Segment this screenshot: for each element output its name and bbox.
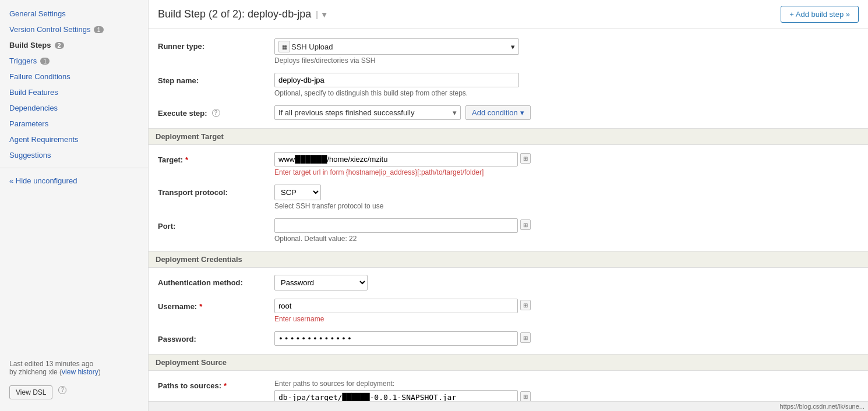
main-body: Runner type: ▦ SSH Upload ▾ Deploys file… (149, 29, 868, 401)
port-input-wrap: ⊞ (274, 218, 531, 233)
password-row: Password: ⊞ (158, 331, 859, 346)
sidebar-item-label: Parameters (9, 119, 48, 128)
main-content: Build Step (2 of 2): deploy-db-jpa | ▼ +… (149, 0, 868, 411)
target-input-wrap: ⊞ (274, 152, 531, 166)
target-input[interactable] (274, 152, 518, 166)
runner-type-select[interactable]: ▦ SSH Upload ▾ (274, 38, 519, 55)
execute-step-label: Execute step: ? (158, 105, 274, 118)
sidebar-item-agent-requirements[interactable]: Agent Requirements (0, 132, 148, 147)
main-wrapper: Build Step (2 of 2): deploy-db-jpa | ▼ +… (149, 0, 868, 411)
step-name-row: Step name: Optional, specify to distingu… (158, 73, 859, 97)
sidebar-item-label: Failure Conditions (9, 72, 70, 81)
username-row: Username: * ⊞ Enter username (158, 299, 859, 323)
port-hint: Optional. Default value: 22 (274, 235, 859, 243)
sidebar: General Settings Version Control Setting… (0, 0, 149, 411)
target-expand-icon[interactable]: ⊞ (520, 153, 531, 164)
sidebar-item-build-features[interactable]: Build Features (0, 84, 148, 100)
runner-type-label: Runner type: (158, 38, 274, 51)
view-dsl-button[interactable]: View DSL (9, 385, 52, 399)
paths-label: Paths to sources: * (158, 378, 274, 390)
username-hint: Enter username (274, 315, 859, 323)
username-input[interactable] (274, 299, 518, 313)
sidebar-item-label: Dependencies (9, 104, 58, 112)
username-input-wrap: ⊞ (274, 299, 531, 313)
runner-type-value: SSH Upload (291, 42, 511, 51)
paths-expand-icon[interactable]: ⊞ (520, 391, 531, 401)
transport-label: Transport protocol: (158, 185, 274, 197)
dsl-help-icon[interactable]: ? (58, 386, 66, 394)
transport-row: Transport protocol: SCP SFTP Select SSH … (158, 185, 859, 210)
sidebar-item-label: Triggers (9, 56, 37, 65)
runner-type-icon-btn[interactable]: ▦ (278, 41, 290, 52)
step-name-control: Optional, specify to distinguish this bu… (274, 73, 859, 97)
target-label: Target: * (158, 152, 274, 164)
username-required: * (199, 302, 202, 311)
sidebar-divider (0, 168, 148, 168)
username-expand-icon[interactable]: ⊞ (520, 300, 531, 310)
sidebar-item-build-steps[interactable]: Build Steps 2 (0, 37, 148, 53)
port-input[interactable] (274, 218, 518, 233)
port-row: Port: ⊞ Optional. Default value: 22 (158, 218, 859, 243)
execute-step-value: If all previous steps finished successfu… (278, 108, 414, 117)
transport-select[interactable]: SCP SFTP (274, 185, 321, 200)
sidebar-item-parameters[interactable]: Parameters (0, 116, 148, 132)
target-row: Target: * ⊞ Enter target url in form {ho… (158, 152, 859, 176)
sidebar-footer: Last edited 13 minutes ago by zhicheng x… (0, 354, 148, 405)
runner-type-input-wrap: ▦ SSH Upload ▾ (274, 38, 519, 55)
runner-type-row: Runner type: ▦ SSH Upload ▾ Deploys file… (158, 38, 859, 65)
execute-step-dropdown[interactable]: If all previous steps finished successfu… (274, 105, 461, 120)
main-header: Build Step (2 of 2): deploy-db-jpa | ▼ +… (149, 0, 868, 29)
sidebar-item-label: Version Control Settings (9, 25, 90, 34)
execute-step-row: Execute step: ? If all previous steps fi… (158, 105, 859, 120)
deployment-source-section: Deployment Source (149, 354, 868, 371)
status-bar: https://blog.csdn.net/lk/sune... (149, 401, 868, 411)
sidebar-item-version-control-settings[interactable]: Version Control Settings 1 (0, 22, 148, 37)
sidebar-item-label: Agent Requirements (9, 135, 79, 144)
password-expand-icon[interactable]: ⊞ (520, 332, 531, 343)
port-expand-icon[interactable]: ⊞ (520, 219, 531, 230)
sidebar-item-label: Suggestions (9, 151, 51, 160)
paths-textarea[interactable]: db-jpa/target/██████-0.0.1-SNAPSHOT.jar (274, 390, 518, 401)
execute-step-help-icon[interactable]: ? (212, 109, 220, 117)
view-history-link[interactable]: view history (62, 368, 98, 376)
execute-step-control: If all previous steps finished successfu… (274, 105, 859, 120)
sidebar-item-general-settings[interactable]: General Settings (0, 6, 148, 22)
transport-hint: Select SSH transfer protocol to use (274, 202, 859, 210)
auth-method-select[interactable]: Password SSH key (274, 275, 368, 290)
runner-type-hint: Deploys files/directories via SSH (274, 56, 859, 65)
version-control-badge: 1 (94, 26, 103, 33)
runner-type-chevron-icon: ▾ (511, 42, 515, 51)
add-condition-button[interactable]: Add condition ▾ (465, 105, 531, 120)
step-name-label: Step name: (158, 73, 274, 85)
step-name-input[interactable] (274, 73, 519, 87)
target-required: * (185, 155, 188, 164)
password-input-wrap: ⊞ (274, 331, 531, 346)
add-condition-chevron-icon: ▾ (520, 108, 524, 117)
page-title: Build Step (2 of 2): deploy-db-jpa | ▼ (158, 8, 329, 20)
sidebar-item-label: Build Features (9, 88, 58, 97)
add-build-step-button[interactable]: + Add build step » (781, 6, 859, 23)
sidebar-item-suggestions[interactable]: Suggestions (0, 147, 148, 163)
auth-method-label: Authentication method: (158, 275, 274, 287)
execute-chevron-icon: ▾ (453, 108, 457, 117)
page-title-text: Build Step (2 of 2): deploy-db-jpa (158, 8, 311, 20)
sidebar-item-dependencies[interactable]: Dependencies (0, 100, 148, 116)
password-input[interactable] (274, 331, 518, 346)
username-label: Username: * (158, 299, 274, 311)
step-name-hint: Optional, specify to distinguish this bu… (274, 89, 859, 97)
paths-control: Enter paths to sources for deployment: d… (274, 378, 859, 401)
build-steps-badge: 2 (55, 42, 64, 49)
sidebar-item-triggers[interactable]: Triggers 1 (0, 53, 148, 69)
sidebar-item-failure-conditions[interactable]: Failure Conditions (0, 69, 148, 84)
sidebar-hide-unconfigured[interactable]: « Hide unconfigured (0, 173, 148, 189)
target-control: ⊞ Enter target url in form {hostname|ip_… (274, 152, 859, 176)
pin-icon[interactable]: | ▼ (316, 10, 328, 19)
transport-control: SCP SFTP Select SSH transfer protocol to… (274, 185, 859, 210)
username-control: ⊞ Enter username (274, 299, 859, 323)
sidebar-item-label: Build Steps (9, 41, 51, 49)
paths-row: Paths to sources: * Enter paths to sourc… (158, 378, 859, 401)
auth-method-control: Password SSH key (274, 275, 859, 290)
auth-method-row: Authentication method: Password SSH key (158, 275, 859, 290)
port-label: Port: (158, 218, 274, 231)
last-edited-text: Last edited 13 minutes ago by zhicheng x… (9, 360, 139, 376)
